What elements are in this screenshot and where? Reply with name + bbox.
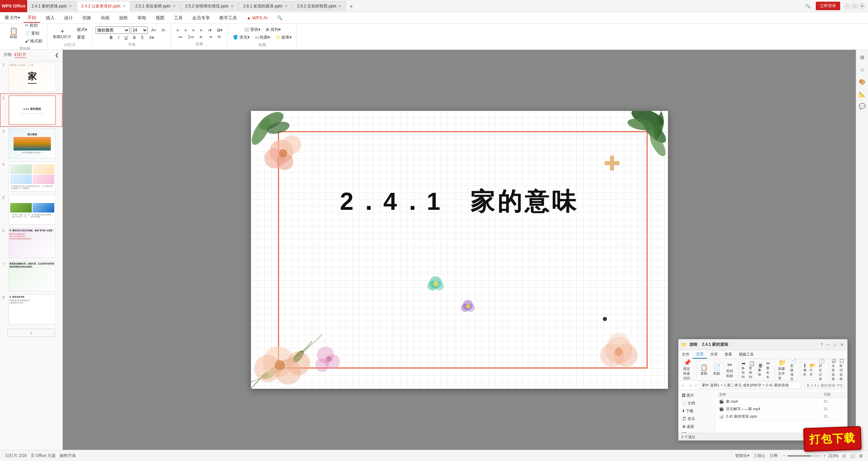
tab-add-button[interactable]: ＋ [347, 1, 356, 11]
indent-increase-button[interactable]: ⇥ [206, 34, 214, 40]
slide-canvas[interactable]: ✚ 2．4．1 家的意味 [251, 111, 668, 389]
ribbon-tab-home[interactable]: 开始 [23, 13, 40, 23]
align-center-button[interactable]: ≡ [182, 27, 189, 33]
ribbon-tab-transition[interactable]: 切换 [78, 14, 95, 22]
zoom-out-button[interactable]: － [782, 453, 786, 459]
view-grid-button[interactable]: ⊞ [859, 454, 863, 458]
text-direction-button[interactable]: ⟲ [215, 34, 223, 40]
shadow-button[interactable]: S̈ [139, 35, 146, 41]
numbered-button[interactable]: 1≔ [186, 34, 196, 40]
reset-button[interactable]: 重置 [75, 34, 89, 41]
fe-file-row-2[interactable]: 🎬 语文解字——家.mp4 20... [717, 405, 846, 413]
font-decrease-button[interactable]: A- [160, 27, 168, 33]
fe-minimize-button[interactable]: ─ [826, 342, 831, 347]
fe-history-button[interactable]: 🕐 历史记录 [817, 358, 826, 382]
zoom-control[interactable]: － ＋ 215% [782, 453, 839, 459]
tab-4[interactable]: 2.5.2 珍惜师生情谊.pptx ✕ [181, 1, 238, 11]
align-left-button[interactable]: ≡ [174, 27, 181, 33]
format-painter-button[interactable]: 🖌 格式刷 [23, 38, 44, 45]
strikethrough-button[interactable]: S [131, 35, 138, 41]
tab-6-close[interactable]: ✕ [338, 4, 341, 8]
slide-thumb-6[interactable]: 6 ▶ 请结合自己的生活体验，谈谈"家"是什么意思： 家是无比温馨的港湾；家人之… [0, 226, 62, 260]
fe-up-button[interactable]: ↑ [695, 383, 697, 388]
ribbon-tab-tools[interactable]: 工具 [170, 14, 187, 22]
tab-6[interactable]: 2.6.2 交友的智慧.pptx ✕ [293, 1, 346, 11]
fe-sidebar-downloads[interactable]: ⬇ 下载 [678, 407, 715, 415]
ribbon-tab-animation[interactable]: 动画 [97, 14, 114, 22]
fe-invertselect-button[interactable]: ⊞ 反向选择 [846, 358, 848, 382]
file-explorer-window[interactable]: 📁 放映 2.4.1 家的意味 ? ─ □ ✕ 文件 主页 共享 查看 视频工具… [678, 339, 848, 441]
tab-2-close[interactable]: ✕ [123, 4, 126, 8]
slide-thumb-7[interactable]: 7 家庭是由婚姻关系、血缘关系，以及收养关系而形成的亲密的共同生活组织。 [0, 260, 62, 293]
search-button[interactable]: 🔍 [803, 3, 813, 9]
fe-sidebar-music[interactable]: 🎵 音乐 [678, 415, 715, 423]
tab-2[interactable]: 2.4.2 让家更美好.pptx ✕ [77, 1, 130, 11]
fe-sidebar-pictures[interactable]: 🖼 图片 [678, 392, 715, 399]
fe-cut-button[interactable]: ✂ 剪切粘贴 [724, 360, 736, 379]
new-slide-button[interactable]: ＋ 新建幻灯片 [51, 26, 74, 40]
italic-button[interactable]: I [116, 35, 121, 41]
slide-thumb-4[interactable]: 4 ① 在家庭中对老年人的生活是最为美好。 ② 运算有老年人的家庭生活，是最好的… [0, 160, 62, 193]
ribbon-tab-wpsai[interactable]: ▲ WPS AI [242, 14, 271, 22]
fill-button[interactable]: 🪣 填充▾ [231, 34, 251, 41]
fe-file-row-3[interactable]: 📊 2.41 家的意味.pptx 20... [717, 413, 846, 420]
fe-search-input[interactable] [804, 382, 845, 388]
sidebar-tab-outline[interactable]: 大纲 [3, 52, 12, 58]
slide-thumb-8[interactable]: 8 ▶ 更多更多内容 内容描述文字内容描述文字内容描述文字内容... [0, 293, 62, 326]
minimize-button[interactable]: ─ [844, 3, 850, 9]
download-badge[interactable]: 打包下载 [803, 426, 862, 452]
font-family-select[interactable]: 微软雅黑 [96, 26, 130, 34]
ribbon-tab-teaching[interactable]: 教学工具 [215, 14, 241, 22]
fe-copy-button[interactable]: 📋 复制 [698, 363, 710, 377]
close-button[interactable]: ✕ [859, 3, 865, 9]
fe-pin-button[interactable]: 📌 固定快速访问 [681, 358, 693, 382]
fe-sidebar-desktop[interactable]: 🖥 桌面 [678, 423, 715, 430]
outline-button[interactable]: ▭ 轮廓▾ [253, 34, 272, 41]
fe-copyto-button[interactable]: 📋 复制到 [748, 360, 756, 380]
fe-forward-button[interactable]: → [688, 383, 693, 388]
slide-thumb-2[interactable]: 2 2.4.1 家的意味 ● ────────────── [0, 94, 62, 127]
file-menu[interactable]: ☰ 文件▾ [3, 14, 22, 21]
right-panel-btn-5[interactable]: 💬 [857, 101, 867, 111]
layout-button[interactable]: 版式▾ [75, 26, 89, 33]
fe-properties-button[interactable]: ℹ 属性 [802, 362, 808, 378]
align-right-button[interactable]: ≡ [190, 27, 196, 33]
fe-deselect-button[interactable]: ☐ 取消选择 [838, 358, 845, 382]
fe-maximize-button[interactable]: □ [832, 342, 838, 347]
indent-decrease-button[interactable]: ⇤ [198, 34, 205, 40]
paste-button[interactable]: 📋 粘贴 [5, 26, 22, 40]
fe-rename-button[interactable]: ✏ 重命名 [765, 360, 772, 380]
tab-1[interactable]: 2.4.1 家的意味.pptx ✕ [27, 1, 76, 11]
fe-file-row-1[interactable]: 🎬 家.mp4 20... [717, 398, 846, 405]
fe-newitem-button[interactable]: 📄 新建项目 [789, 358, 797, 382]
sidebar-tab-slides[interactable]: 幻灯片 [14, 52, 26, 58]
underline-button[interactable]: U [123, 35, 130, 41]
zoom-slider[interactable] [787, 455, 821, 457]
three-core-status[interactable]: 三核心 [753, 453, 766, 459]
bold-button[interactable]: B [107, 35, 115, 41]
note-status[interactable]: 注释 [770, 453, 778, 459]
register-button[interactable]: 立即登录 [816, 2, 840, 10]
fe-tab-home[interactable]: 主页 [693, 350, 707, 359]
fe-close-button[interactable]: ✕ [839, 342, 845, 347]
slide-main-title[interactable]: 2．4．1 家的意味 [292, 185, 627, 218]
cut-button[interactable]: ✂ 剪切 [23, 22, 44, 29]
font-color-button[interactable]: A▾ [147, 35, 156, 41]
fe-newfolder-button[interactable]: 📁 新建文件夹 [776, 358, 788, 382]
fe-paste-button[interactable]: 📄 粘贴 [711, 363, 723, 377]
right-panel-btn-4[interactable]: 📐 [857, 89, 867, 99]
ribbon-tab-insert[interactable]: 插入 [42, 14, 59, 22]
sidebar-collapse-button[interactable]: ❮ [55, 52, 59, 58]
fe-help-button[interactable]: ? [819, 342, 824, 347]
fe-back-button[interactable]: ← [681, 383, 686, 388]
view-normal-button[interactable]: ⊡ [843, 454, 846, 458]
tab-3[interactable]: 2.5.1 亲近老师.pptx ✕ [131, 1, 180, 11]
line-spacing-button[interactable]: ↕▾ [205, 27, 214, 33]
column-button[interactable]: ⊞▾ [215, 27, 224, 33]
smart-status[interactable]: 智能化▾ [735, 453, 749, 459]
fe-tab-share[interactable]: 共享 [707, 350, 721, 359]
slide-thumb-3[interactable]: 3 家文精读 你认为家是什么地方？ [0, 127, 62, 160]
right-panel-btn-1[interactable]: ⚙ [857, 53, 867, 62]
fe-sidebar-drive-c[interactable]: 💽 本地磁盘 (C:) [678, 430, 715, 433]
ribbon-tab-member[interactable]: 会员专享 [188, 14, 214, 22]
